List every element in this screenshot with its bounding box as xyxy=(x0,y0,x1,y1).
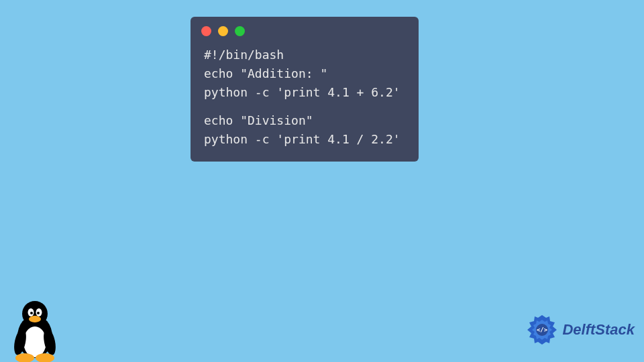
code-line: echo "Division" xyxy=(204,111,405,130)
tux-penguin-icon xyxy=(7,295,64,362)
code-window: #!/bin/bash echo "Addition: " python -c … xyxy=(191,17,419,162)
code-block-1: #!/bin/bash echo "Addition: " python -c … xyxy=(191,43,419,105)
svg-point-6 xyxy=(37,312,40,314)
svg-point-2 xyxy=(22,301,48,326)
code-line: echo "Addition: " xyxy=(204,64,405,83)
code-block-2: echo "Division" python -c 'print 4.1 / 2… xyxy=(191,109,419,152)
code-line: python -c 'print 4.1 + 6.2' xyxy=(204,83,405,102)
svg-point-5 xyxy=(30,312,33,314)
code-line: #!/bin/bash xyxy=(204,46,405,64)
svg-point-1 xyxy=(23,326,46,357)
brand-badge-icon: </> xyxy=(526,314,558,346)
svg-point-7 xyxy=(29,316,41,322)
close-icon[interactable] xyxy=(201,26,211,36)
svg-text:</>: </> xyxy=(537,326,548,333)
code-line: python -c 'print 4.1 / 2.2' xyxy=(204,130,405,149)
maximize-icon[interactable] xyxy=(235,26,245,36)
brand-logo: </> DelftStack xyxy=(526,314,635,346)
minimize-icon[interactable] xyxy=(218,26,228,36)
window-titlebar xyxy=(191,17,419,43)
brand-name: DelftStack xyxy=(562,321,635,339)
